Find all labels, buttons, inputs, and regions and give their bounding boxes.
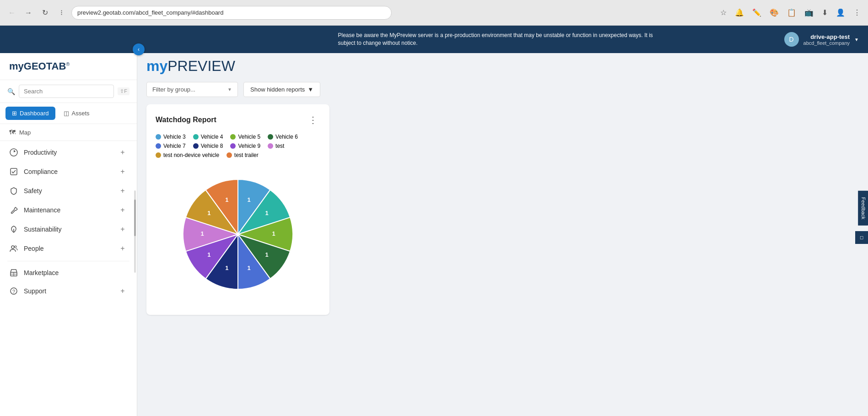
- svg-text:1: 1: [247, 265, 250, 271]
- productivity-label: Productivity: [24, 149, 118, 156]
- user-company: abcd_fleet_company: [803, 40, 850, 46]
- compliance-add-icon[interactable]: +: [118, 167, 128, 177]
- feedback-icon: ◻: [855, 231, 868, 244]
- url-text: preview2.geotab.com/abcd_fleet_company/#…: [77, 9, 223, 16]
- main-layout: myGEOTAB® 🔍 ⇧F ⊞ Dashboard ◫ Assets: [0, 53, 868, 416]
- sustainability-add-icon[interactable]: +: [118, 224, 128, 234]
- sidebar-item-compliance[interactable]: Compliance +: [0, 162, 137, 181]
- menu-button[interactable]: ⋮: [852, 6, 863, 19]
- extension-2-button[interactable]: ✏️: [750, 6, 763, 19]
- back-button[interactable]: ←: [5, 6, 18, 19]
- site-info-button[interactable]: ⁝: [55, 6, 68, 19]
- reload-button[interactable]: ↻: [38, 6, 51, 19]
- app-container: Please be aware the MyPreview server is …: [0, 26, 868, 416]
- pie-chart: 1111111111: [174, 170, 302, 298]
- preview-header-row: myPREVIEW: [137, 53, 868, 75]
- forward-button[interactable]: →: [22, 6, 35, 19]
- legend-item: test non-device vehicle: [156, 152, 219, 158]
- legend-item: Vehicle 6: [268, 134, 298, 140]
- cast-button[interactable]: 📺: [803, 6, 815, 19]
- content-area: myPREVIEW Filter by group... ▼ Show hidd…: [137, 53, 868, 416]
- user-details: drive-app-test abcd_fleet_company: [803, 33, 850, 46]
- sidebar-item-people[interactable]: People +: [0, 239, 137, 258]
- avatar: D: [784, 32, 799, 47]
- svg-text:1: 1: [207, 251, 210, 258]
- extension-4-button[interactable]: 📋: [785, 6, 798, 19]
- svg-text:1: 1: [247, 196, 250, 203]
- tab-dashboard[interactable]: ⊞ Dashboard: [5, 107, 55, 120]
- legend-item: Vehicle 3: [156, 134, 186, 140]
- user-menu[interactable]: D drive-app-test abcd_fleet_company ▼: [784, 32, 859, 47]
- svg-text:1: 1: [225, 265, 228, 271]
- sidebar-item-marketplace[interactable]: Marketplace: [0, 264, 137, 281]
- support-label: Support: [24, 287, 118, 295]
- nav-divider: [7, 261, 129, 261]
- nav-tabs: ⊞ Dashboard ◫ Assets: [0, 103, 137, 124]
- search-input[interactable]: [19, 85, 114, 98]
- my-text: my: [146, 58, 167, 74]
- sidebar-item-maintenance[interactable]: Maintenance +: [0, 200, 137, 220]
- card-header: Watchdog Report ⋮: [156, 113, 320, 126]
- sidebar-scrollbar[interactable]: [134, 190, 136, 273]
- legend-item: Vehicle 7: [156, 143, 186, 149]
- watchdog-report-card: Watchdog Report ⋮ Vehicle 3Vehicle 4Vehi…: [146, 104, 329, 315]
- support-add-icon[interactable]: +: [118, 286, 128, 296]
- top-banner: Please be aware the MyPreview server is …: [0, 26, 868, 53]
- user-name: drive-app-test: [803, 33, 850, 40]
- compliance-label: Compliance: [24, 168, 118, 175]
- svg-point-3: [15, 246, 16, 248]
- productivity-add-icon[interactable]: +: [118, 147, 128, 157]
- feedback-tab[interactable]: Feedback: [858, 190, 868, 225]
- legend-item: Vehicle 9: [230, 143, 260, 149]
- hidden-reports-label: Show hidden reports: [250, 86, 305, 93]
- card-menu-button[interactable]: ⋮: [306, 113, 320, 126]
- people-add-icon[interactable]: +: [118, 243, 128, 254]
- my-preview-title: myPREVIEW: [146, 58, 235, 75]
- legend-item: Vehicle 5: [230, 134, 260, 140]
- marketplace-icon: [9, 269, 18, 277]
- sidebar: myGEOTAB® 🔍 ⇧F ⊞ Dashboard ◫ Assets: [0, 53, 137, 416]
- maintenance-icon: [9, 206, 18, 214]
- search-area: 🔍 ⇧F: [0, 80, 137, 103]
- show-hidden-reports-button[interactable]: Show hidden reports ▼: [243, 82, 320, 97]
- profile-button[interactable]: 👤: [834, 6, 847, 19]
- browser-chrome: ← → ↻ ⁝ preview2.geotab.com/abcd_fleet_c…: [0, 0, 868, 26]
- sidebar-scrollbar-thumb: [134, 200, 136, 236]
- safety-add-icon[interactable]: +: [118, 186, 128, 196]
- legend-item: test trailer: [226, 152, 259, 158]
- bookmark-button[interactable]: ☆: [718, 6, 728, 19]
- extension-3-button[interactable]: 🎨: [768, 6, 781, 19]
- pie-chart-container: 1111111111: [156, 166, 320, 303]
- filter-group-dropdown[interactable]: Filter by group... ▼: [146, 82, 238, 97]
- sustainability-icon: [9, 225, 18, 233]
- tab-assets[interactable]: ◫ Assets: [57, 107, 96, 120]
- logo: myGEOTAB®: [9, 60, 70, 72]
- svg-text:1: 1: [265, 210, 268, 216]
- safety-label: Safety: [24, 187, 118, 194]
- svg-text:1: 1: [207, 210, 210, 216]
- support-icon: ?: [9, 287, 18, 295]
- sidebar-item-support[interactable]: ? Support +: [0, 281, 137, 301]
- chart-legend: Vehicle 3Vehicle 4Vehicle 5Vehicle 6Vehi…: [156, 134, 320, 158]
- people-icon: [9, 244, 18, 253]
- hidden-reports-arrow: ▼: [307, 86, 313, 93]
- sidebar-item-productivity[interactable]: Productivity +: [0, 143, 137, 162]
- download-button[interactable]: ⬇: [820, 6, 830, 19]
- user-dropdown-icon: ▼: [854, 37, 859, 42]
- sidebar-item-sustainability[interactable]: Sustainability +: [0, 220, 137, 239]
- logo-area: myGEOTAB®: [0, 53, 137, 80]
- filter-dropdown-arrow: ▼: [227, 87, 232, 92]
- assets-icon: ◫: [64, 110, 69, 117]
- legend-item: Vehicle 4: [193, 134, 223, 140]
- card-title: Watchdog Report: [156, 116, 216, 124]
- search-icon: 🔍: [7, 88, 15, 95]
- extension-1-button[interactable]: 🔔: [733, 6, 746, 19]
- address-bar[interactable]: preview2.geotab.com/abcd_fleet_company/#…: [71, 6, 392, 20]
- tab-assets-label: Assets: [72, 110, 90, 117]
- svg-text:1: 1: [272, 230, 275, 237]
- map-link[interactable]: 🗺 Map: [0, 124, 137, 141]
- maintenance-add-icon[interactable]: +: [118, 205, 128, 215]
- sidebar-item-safety[interactable]: Safety +: [0, 181, 137, 200]
- filter-group-label: Filter by group...: [152, 86, 195, 93]
- safety-icon: [9, 187, 18, 195]
